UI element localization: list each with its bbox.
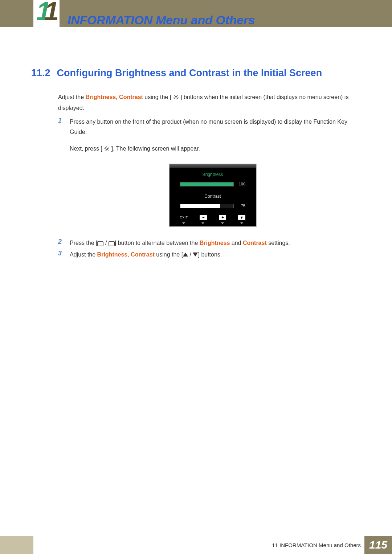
step-3: 3 Adjust the Brightness, Contrast using … <box>58 250 356 260</box>
header-left-block <box>0 0 33 27</box>
osd-brightness-label: Brightness <box>170 171 256 178</box>
steps-list: 1 Press any button on the front of the p… <box>58 117 356 261</box>
svg-line-20 <box>108 147 109 147</box>
step3-sep: , <box>127 251 131 258</box>
svg-line-8 <box>174 95 175 96</box>
step3-mid: using the [ <box>155 251 183 258</box>
osd-titlebar <box>170 164 256 168</box>
step3-pre: Adjust the <box>70 251 97 258</box>
step2-post: settings. <box>267 240 290 246</box>
osd-menu: Brightness 100 Contrast 75 EXIT − + ▾ <box>169 164 257 227</box>
step-number: 3 <box>58 250 63 260</box>
section-number: 11.2 <box>31 67 50 79</box>
step1-text2a: Next, press [ <box>70 145 104 152</box>
svg-line-18 <box>108 150 109 150</box>
svg-line-17 <box>105 147 106 147</box>
step3-post: ] buttons. <box>198 251 222 258</box>
source-icon <box>109 241 115 246</box>
svg-point-3 <box>175 96 177 98</box>
triangle-down-icon <box>193 253 198 257</box>
step-number: 1 <box>58 117 63 237</box>
footer-chapter-label: 11 INFORMATION Menu and Others <box>33 536 364 554</box>
intro-paragraph: Adjust the Brightness, Contrast using th… <box>58 92 356 113</box>
step-2: 2 Press the [ / ] button to alternate be… <box>58 238 356 248</box>
triangle-up-icon <box>183 253 188 257</box>
step3-contrast: Contrast <box>131 251 155 258</box>
osd-contrast-value: 75 <box>237 202 245 209</box>
intro-sep: , <box>116 94 119 100</box>
osd-indicator-arrow <box>182 222 185 224</box>
chapter-title: INFORMATION Menu and Others <box>68 13 255 27</box>
section-heading: 11.2 Configuring Brightness and Contrast… <box>31 67 322 79</box>
svg-line-9 <box>177 98 177 99</box>
footer-page-box: 115 <box>364 536 392 554</box>
osd-exit-label: EXIT <box>180 215 188 221</box>
step-number: 2 <box>58 238 63 248</box>
aspect-icon <box>97 241 103 246</box>
step2-pre: Press the [ <box>70 240 97 246</box>
step2-mid: ] button to alternate between the <box>115 240 200 246</box>
osd-down-button: ▾ <box>238 215 245 220</box>
osd-minus-button: − <box>200 215 207 220</box>
step3-brightness: Brightness <box>97 251 128 258</box>
intro-mid: using the [ <box>143 94 173 100</box>
svg-line-10 <box>174 98 175 99</box>
slash: / <box>103 240 108 246</box>
step2-contrast: Contrast <box>243 240 267 246</box>
slash2: / <box>188 251 193 258</box>
chapter-number-icon: 1 1 <box>33 0 60 27</box>
osd-contrast-bar <box>180 204 234 208</box>
osd-indicator-arrow <box>201 222 204 224</box>
svg-line-11 <box>177 95 177 96</box>
osd-contrast-label: Contrast <box>170 193 256 200</box>
page-number: 115 <box>369 539 387 551</box>
svg-line-19 <box>105 150 106 150</box>
sun-icon <box>104 145 110 155</box>
osd-indicator-arrow <box>221 222 224 224</box>
section-title: Configuring Brightness and Contrast in t… <box>57 67 322 79</box>
svg-text:1: 1 <box>44 0 59 26</box>
osd-plus-button: + <box>219 215 226 220</box>
step2-and: and <box>230 240 243 246</box>
osd-indicator-arrow <box>240 222 243 224</box>
intro-contrast: Contrast <box>119 94 143 100</box>
footer-left-block <box>0 536 33 554</box>
sun-icon <box>173 93 179 103</box>
step1-text2b: ]. The following screen will appear. <box>110 145 200 152</box>
osd-brightness-value: 100 <box>237 181 245 188</box>
step1-text1: Press any button on the front of the pro… <box>70 117 356 137</box>
step-1: 1 Press any button on the front of the p… <box>58 117 356 237</box>
osd-brightness-bar <box>180 182 234 186</box>
chapter-number-logo: 1 1 <box>33 0 60 27</box>
svg-point-12 <box>106 148 108 149</box>
step2-brightness: Brightness <box>200 240 230 246</box>
intro-prefix: Adjust the <box>58 94 86 100</box>
intro-brightness: Brightness <box>86 94 116 100</box>
page-footer: 11 INFORMATION Menu and Others 115 <box>0 536 392 554</box>
